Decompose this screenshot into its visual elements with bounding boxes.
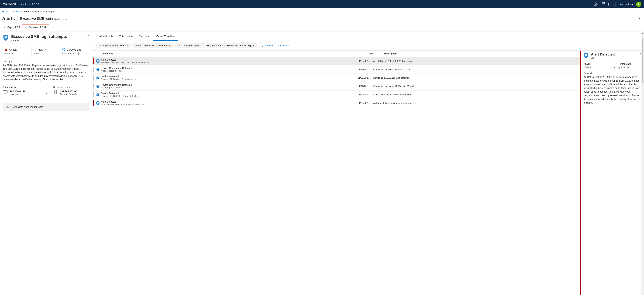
svg-point-7 xyxy=(36,50,36,50)
row-description: Connected devices 192.168.10.100 and xyxy=(374,85,579,88)
row-description: A device defined in your internal netwo xyxy=(374,102,579,104)
last-detection-box: 2 weeks ago Last detection xyxy=(60,46,89,57)
top-bar: Microsoft contoso - 22.2.6 0 alice-admin… xyxy=(0,0,644,8)
row-description: Device 192.168.0.110 was detected xyxy=(374,76,579,79)
row-title: Device Connection Detected xyxy=(101,84,358,86)
add-filter-button[interactable]: Add filter xyxy=(259,43,276,48)
dest-device-label: Destination device xyxy=(53,86,89,88)
col-time[interactable]: Time xyxy=(368,52,384,55)
chevron-down-icon[interactable] xyxy=(44,49,47,50)
monitor-icon xyxy=(3,90,8,94)
cube-icon xyxy=(95,93,101,97)
reset-filters-link[interactable]: Reset filters xyxy=(278,44,290,47)
page-subtitle: Excessive SMB login attempts xyxy=(20,17,67,21)
source-device-label: Source device xyxy=(3,86,39,88)
clock-icon xyxy=(614,62,617,66)
svg-point-4 xyxy=(35,48,35,49)
filter-time-range[interactable]: Time range (Date) == (1/1/1970, 2:00:00 … xyxy=(175,43,257,48)
table-row[interactable]: Device DetectedDevice 192.168.0.110 was … xyxy=(92,74,580,82)
right-pane: Alert details Take action Map view Event… xyxy=(92,32,644,295)
close-icon[interactable]: ✕ xyxy=(169,44,170,47)
svg-point-20 xyxy=(8,106,8,107)
detail-severity-value: ALERT xyxy=(584,62,610,65)
user-name[interactable]: alice-admin xyxy=(620,3,633,6)
table-row[interactable]: Device DetectedDevice 192.168.10.100 was… xyxy=(92,90,580,99)
page-header: Alerts Excessive SMB login attempts xyxy=(0,14,644,23)
filter-include-devices[interactable]: Include Devices == 2 selected ✕ xyxy=(132,43,173,48)
breadcrumb-alerts[interactable]: Alerts xyxy=(13,10,19,13)
close-icon[interactable]: ✕ xyxy=(126,44,128,47)
gear-icon[interactable] xyxy=(594,2,597,6)
severity-value: Critical xyxy=(9,48,17,51)
brand-logo: Microsoft xyxy=(3,2,16,6)
row-subtitle: Device 192.168.10.100 was detected xyxy=(101,95,150,97)
timeline-table: Event type Time Description Alert Detect… xyxy=(92,50,580,295)
row-time: 11/22/202... xyxy=(358,85,374,88)
download-pcap-button[interactable]: Download PCAP xyxy=(22,24,49,30)
dest-device-col: Destination device 192.168.10.100 Domain… xyxy=(53,86,89,96)
tab-map-view[interactable]: Map view xyxy=(136,32,153,40)
avatar[interactable]: A xyxy=(636,2,641,7)
svg-rect-14 xyxy=(3,90,7,93)
detail-start-value: 2 weeks ago xyxy=(618,62,632,65)
tab-event-timeline[interactable]: Event Timeline xyxy=(153,32,178,40)
source-device-ip: 192.168.0.110 xyxy=(10,90,26,93)
severity-bar xyxy=(93,92,94,97)
svg-point-16 xyxy=(55,91,56,91)
detail-count: 225 xyxy=(591,57,615,59)
breadcrumb-current: Excessive SMB login attempts xyxy=(24,10,54,13)
row-description: Device 192.168.10.100 was detected xyxy=(374,93,579,96)
table-row[interactable]: Alert DetectedAn SMB client 192.168.0.11… xyxy=(92,57,580,65)
alert-summary-pane: Excessive SMB login attempts Alert ID: 2… xyxy=(0,32,92,295)
toolbar: Export PDF Download PCAP xyxy=(0,23,644,32)
comment-box[interactable]: Needs info from vendor team xyxy=(3,103,89,111)
svg-point-11 xyxy=(34,48,34,49)
bell-icon[interactable]: 0 xyxy=(600,2,604,6)
table-row[interactable]: Alert DetectedA device defined in your i… xyxy=(92,99,580,107)
row-description: An SMB client 192.168.0.110 performs xyxy=(374,60,579,62)
export-pdf-label: Export PDF xyxy=(7,26,20,29)
scrollbar[interactable]: ▲ xyxy=(641,32,644,295)
table-row[interactable]: Device Connection Detected3 aggregated e… xyxy=(92,82,580,90)
breadcrumb-home[interactable]: Home xyxy=(2,10,8,13)
row-description: Connected devices 192.168.0.110 and xyxy=(374,68,579,71)
notification-badge: 0 xyxy=(602,2,605,4)
row-title: Device Detected xyxy=(101,92,358,95)
clock-icon xyxy=(62,48,65,51)
row-subtitle: 3 aggregated events xyxy=(101,86,150,89)
svg-point-26 xyxy=(586,55,586,56)
row-title: Device Detected xyxy=(101,75,358,78)
severity-bar xyxy=(93,67,94,72)
book-icon[interactable] xyxy=(607,2,610,6)
cloud-icon[interactable] xyxy=(614,2,617,6)
filter-user-operations[interactable]: User Operations == Hide ✕ xyxy=(96,43,131,48)
table-row[interactable]: Device Connection Detected4 aggregated e… xyxy=(92,65,580,74)
info-icon[interactable] xyxy=(78,52,80,55)
svg-point-2 xyxy=(6,38,6,38)
close-icon[interactable]: ✕ xyxy=(252,44,254,47)
last-detection-label: Last detection xyxy=(62,52,76,55)
filter-value: (1/1/1970, 2:00:00 AM - 11/22/2022, 3:54… xyxy=(201,44,251,47)
filter-label: Include Devices == xyxy=(135,44,154,47)
row-subtitle: A device defined in your internal networ… xyxy=(101,103,150,106)
svg-point-3 xyxy=(6,50,6,50)
collapse-chevrons-icon[interactable] xyxy=(87,34,90,38)
export-pdf-button[interactable]: Export PDF xyxy=(2,24,22,30)
svg-point-8 xyxy=(34,50,35,51)
tab-alert-details[interactable]: Alert details xyxy=(96,32,116,40)
filter-value: 2 selected xyxy=(156,44,167,47)
filter-label: Time range (Date) == xyxy=(177,44,199,47)
col-event-type[interactable]: Event type xyxy=(102,52,368,55)
tab-take-action[interactable]: Take action xyxy=(116,32,136,40)
status-value: New xyxy=(38,48,43,51)
severity-bar xyxy=(93,75,94,80)
svg-point-9 xyxy=(34,50,34,50)
severity-bar xyxy=(93,100,94,106)
col-description[interactable]: Description xyxy=(384,52,578,55)
row-subtitle: Device 192.168.0.110 was detected xyxy=(101,78,150,80)
scrollbar-thumb[interactable] xyxy=(642,38,644,83)
row-time: 11/22/202... xyxy=(358,93,374,96)
close-icon[interactable] xyxy=(637,16,642,21)
row-time: 11/22/202... xyxy=(358,60,374,62)
svg-point-5 xyxy=(36,49,36,49)
